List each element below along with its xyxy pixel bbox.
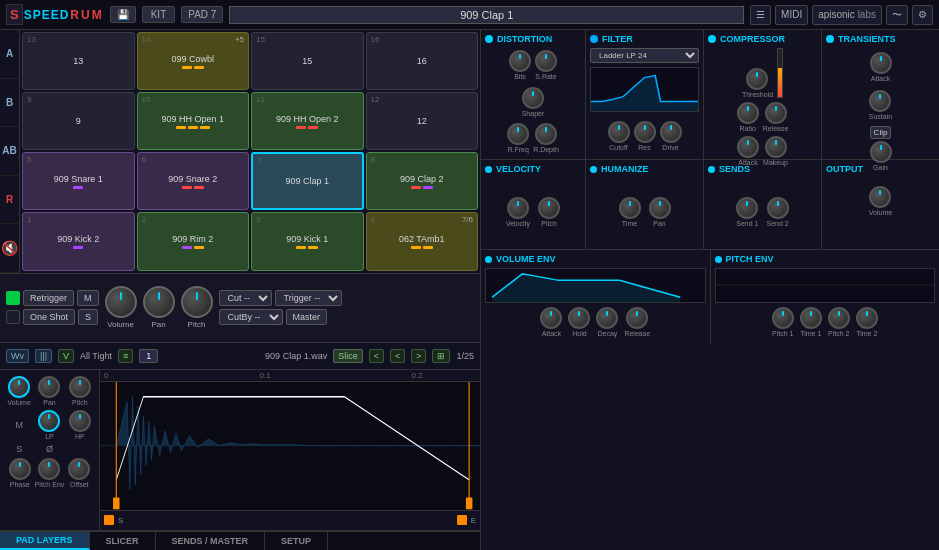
slice-button[interactable]: Slice (333, 349, 363, 363)
pitch-env-section: PITCH ENV Pitch 1 Time 1 (711, 250, 940, 345)
midi-button[interactable]: MIDI (775, 5, 808, 25)
v-button[interactable]: V (58, 349, 74, 363)
master-button[interactable]: Master (286, 309, 328, 325)
pad-16[interactable]: 16 16 (366, 32, 479, 90)
brand-button[interactable]: apisonic labs (812, 5, 882, 25)
venv-hold-knob[interactable] (568, 307, 590, 329)
velocity-pitch-knob[interactable] (538, 197, 560, 219)
pad-15[interactable]: 15 15 (251, 32, 364, 90)
pan-knob[interactable] (143, 286, 175, 318)
s-button[interactable]: S (78, 309, 98, 325)
time1-knob[interactable] (800, 307, 822, 329)
venv-attack-knob[interactable] (540, 307, 562, 329)
venv-decay-knob[interactable] (596, 307, 618, 329)
pad-5[interactable]: 5 909 Snare 1 (22, 152, 135, 210)
send1-knob[interactable] (736, 197, 758, 219)
shaper-knob[interactable] (522, 87, 544, 109)
tab-pad-layers[interactable]: PAD LAYERS (0, 532, 90, 550)
pitch2-knob[interactable] (828, 307, 850, 329)
pad-3[interactable]: 3 909 Kick 1 (251, 212, 364, 270)
cut-dropdown[interactable]: Cut -- (219, 290, 272, 306)
tab-sends-master[interactable]: SENDS / MASTER (156, 532, 266, 550)
res-knob[interactable] (634, 121, 656, 143)
makeup-knob[interactable] (765, 136, 787, 158)
release-knob[interactable] (765, 102, 787, 124)
one-shot-button[interactable]: One Shot (23, 309, 75, 325)
row-label-r[interactable]: R (0, 176, 19, 225)
wave-pitch-group: Pitch (67, 376, 93, 406)
pad-4[interactable]: 4 7/6 062 TAmb1 (366, 212, 479, 270)
bars-button[interactable]: ||| (35, 349, 52, 363)
send2-knob[interactable] (767, 197, 789, 219)
pad-7-909-clap-1[interactable]: 7 909 Clap 1 (251, 152, 364, 210)
humanize-pan-knob[interactable] (649, 197, 671, 219)
wave-pitch-knob[interactable] (69, 376, 91, 398)
wave-pan-knob[interactable] (38, 376, 60, 398)
app-logo: S SPEEDRUM (6, 4, 104, 25)
time2-knob[interactable] (856, 307, 878, 329)
pad-9[interactable]: 9 9 (22, 92, 135, 150)
clip-button[interactable]: Clip (870, 126, 892, 139)
row-label-ab[interactable]: AB (0, 127, 19, 176)
pad-8[interactable]: 8 909 Clap 2 (366, 152, 479, 210)
output-volume-knob[interactable] (869, 186, 891, 208)
tab-slicer[interactable]: SLICER (90, 532, 156, 550)
nav-prev-button[interactable]: < (369, 349, 384, 363)
save-button[interactable]: 💾 (110, 6, 136, 23)
wv-button[interactable]: Wv (6, 349, 29, 363)
settings-button[interactable]: ⚙ (912, 5, 933, 25)
pad-14[interactable]: 14 +5 099 Cowbl (137, 32, 250, 90)
filter-curve-svg (591, 68, 698, 111)
trans-attack-knob[interactable] (870, 52, 892, 74)
filter-type-dropdown[interactable]: Ladder LP 24 (590, 48, 699, 63)
threshold-knob[interactable] (746, 68, 768, 90)
waveform-display[interactable]: 0 0.1 0.2 (100, 370, 480, 529)
row-label-a[interactable]: A (0, 30, 19, 79)
pad-11[interactable]: 11 909 HH Open 2 (251, 92, 364, 150)
row-label-mute[interactable]: 🔇 (0, 224, 19, 273)
waveform-icon-button[interactable]: 〜 (886, 5, 908, 25)
pitch1-knob[interactable] (772, 307, 794, 329)
velocity-knob[interactable] (507, 197, 529, 219)
wave-volume-knob[interactable] (8, 376, 30, 398)
tab-setup[interactable]: SETUP (265, 532, 328, 550)
row-label-b[interactable]: B (0, 79, 19, 128)
pad-13[interactable]: 13 13 (22, 32, 135, 90)
drive-knob[interactable] (660, 121, 682, 143)
nav-next-button[interactable]: > (411, 349, 426, 363)
ratio-knob[interactable] (737, 102, 759, 124)
wave-offset-knob[interactable] (68, 458, 90, 480)
wave-pitchenv-knob[interactable] (38, 458, 60, 480)
comp-attack-knob[interactable] (737, 136, 759, 158)
pad-1[interactable]: 1 909 Kick 2 (22, 212, 135, 270)
retrigger-button[interactable]: Retrigger (23, 290, 74, 306)
volume-knob[interactable] (105, 286, 137, 318)
rfreq-knob[interactable] (507, 123, 529, 145)
pitch-knob[interactable] (181, 286, 213, 318)
grid-button[interactable]: ⊞ (432, 349, 450, 363)
humanize-time-knob[interactable] (619, 197, 641, 219)
cutby-dropdown[interactable]: CutBy -- (219, 309, 283, 325)
list-button[interactable]: ≡ (118, 349, 133, 363)
nav-prev2-button[interactable]: < (390, 349, 405, 363)
cutoff-knob[interactable] (608, 121, 630, 143)
pad-12[interactable]: 12 12 (366, 92, 479, 150)
rdepth-knob[interactable] (535, 123, 557, 145)
srate-knob[interactable] (535, 50, 557, 72)
pad-selector[interactable]: PAD 7 (181, 6, 223, 23)
pad-2[interactable]: 2 909 Rim 2 (137, 212, 250, 270)
filter-title: FILTER (590, 34, 699, 44)
tight-label: All Tight (80, 351, 112, 361)
pad-6[interactable]: 6 909 Snare 2 (137, 152, 250, 210)
m-button[interactable]: M (77, 290, 99, 306)
venv-release-knob[interactable] (626, 307, 648, 329)
pad-10[interactable]: 10 909 HH Open 1 (137, 92, 250, 150)
wave-hp-knob[interactable] (69, 410, 91, 432)
trigger-dropdown[interactable]: Trigger -- (275, 290, 342, 306)
bits-knob[interactable] (509, 50, 531, 72)
wave-phase-knob[interactable] (9, 458, 31, 480)
gain-knob[interactable] (870, 141, 892, 163)
sustain-knob[interactable] (869, 90, 891, 112)
wave-lp-knob[interactable] (38, 410, 60, 432)
hamburger-menu-button[interactable]: ☰ (750, 5, 771, 25)
